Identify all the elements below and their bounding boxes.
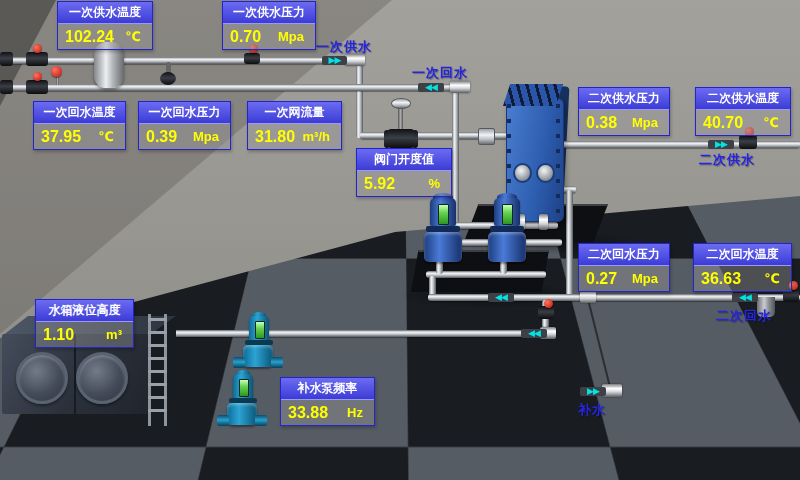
tank-leg [50,412,58,434]
makeup-pump2-base-slab [204,422,288,454]
gauge-title: 阀门开度值 [357,149,451,171]
gauge-unit: ℃ [125,29,145,44]
tank-leg [94,412,102,434]
gauge-unit: Mpa [193,129,223,144]
valve-body[interactable] [739,135,757,149]
primary-supply-pipe [0,57,352,64]
gauge-title: 水箱液位高度 [36,300,133,322]
tank-shadow [0,424,210,460]
exchanger-port [513,163,532,183]
gauge-value: 0.27 [586,270,617,288]
gauge-value: 31.80 [255,128,295,146]
gauge-title: 补水泵频率 [281,378,374,400]
gauge-value: 5.92 [364,175,395,193]
exchanger-port [536,163,555,183]
control-valve-body[interactable] [388,129,414,148]
pipe-label-secondary-supply: 二次供水 [699,151,755,169]
gauge-secondary-supply-pressure: 二次供水压力 0.38Mpa [578,87,670,136]
primary-return-pipe [0,84,460,91]
gauge-unit: Mpa [278,29,308,44]
valve-body[interactable] [538,306,554,319]
valve-body[interactable] [0,52,13,66]
tank-leg [10,412,18,434]
ladder-rungs [148,318,167,422]
pump-inlet [233,357,245,368]
gauge-tank-level: 水箱液位高度 1.10m³ [35,299,134,348]
flow-arrow-left-icon: ◀◀ [418,83,444,92]
gauge-value: 36.63 [701,270,741,288]
gauge-value: 102.24 [65,28,114,46]
pipe-label-makeup: 补水 [578,401,606,419]
pump-indicator [502,204,513,225]
pipe-flange [580,291,596,303]
valve-handle-icon[interactable] [544,299,553,308]
pump-volute [243,345,273,367]
tank-manhole [16,352,68,404]
flow-arrow-right-icon: ▶▶ [580,387,606,396]
pump-outlet [255,415,267,426]
gauge-secondary-return-temp: 二次回水温度 36.63℃ [693,243,792,292]
valve-handle-icon[interactable] [33,72,42,81]
gauge-secondary-return-pressure: 二次回水压力 0.27Mpa [578,243,670,292]
riser-pipe [312,422,319,466]
hmi-heat-exchange-station: ▶▶ ◀◀ ▶▶ [0,0,800,480]
gauge-title: 二次回水温度 [694,244,791,266]
valve-body[interactable] [26,80,48,94]
gauge-unit: Mpa [632,115,662,130]
gauge-primary-return-temp: 一次回水温度 37.95℃ [33,101,126,150]
pipe-flange [450,81,470,93]
flow-arrow-right-icon: ▶▶ [708,140,734,149]
gauge-secondary-supply-temp: 二次供水温度 40.70℃ [695,87,791,136]
gauge-value: 0.70 [230,28,261,46]
flow-arrow-left-icon: ◀◀ [488,293,514,302]
pipe-label-primary-return: 一次回水 [412,64,468,82]
valve-body[interactable] [244,53,260,64]
gauge-valve-opening: 阀门开度值 5.92% [356,148,452,197]
gauge-unit: Hz [347,405,367,420]
gauge-title: 一次回水温度 [34,102,125,124]
exchanger-lower-flange [539,214,548,230]
gauge-unit: ℃ [763,115,783,130]
gauge-unit: m³ [106,327,126,342]
valve-body[interactable] [0,80,13,94]
pipe-label-primary-supply: 一次供水 [316,38,372,56]
gauge-value: 0.38 [586,114,617,132]
pump-volute [227,403,257,425]
valve-body[interactable] [26,52,48,66]
gauge-title: 二次供水温度 [696,88,790,110]
gauge-primary-flow: 一次网流量 31.80m³/h [247,101,342,150]
exchanger-tie-rods [503,84,563,106]
gauge-value: 1.10 [43,326,74,344]
gauge-unit: ℃ [764,271,784,286]
pump-indicator [255,321,265,339]
pipe-label-secondary-return: 二次回水 [716,307,772,325]
gauge-value: 33.88 [288,404,328,422]
manifold-pipe [426,271,546,278]
pump-stub-pipe [436,260,443,274]
pump-indicator [438,204,449,225]
secondary-supply-pipe [552,141,800,148]
exchanger-return-drop [566,190,573,296]
gauge-primary-supply-pressure: 一次供水压力 0.70Mpa [222,1,316,50]
flow-arrow-left-icon: ◀◀ [521,329,547,338]
pressure-gauge-icon [51,66,62,77]
hand-valve-wheel[interactable] [160,72,176,85]
gauge-title: 一次供水温度 [58,2,152,24]
valve-handle-icon[interactable] [33,44,42,53]
gauge-value: 0.39 [146,128,177,146]
pump-stub-pipe [500,260,507,274]
gauge-value: 40.70 [703,114,743,132]
gauge-unit: % [428,176,444,191]
control-valve-actuator[interactable] [391,98,411,109]
gauge-primary-return-pressure: 一次回水压力 0.39Mpa [138,101,231,150]
tank-manhole [76,352,128,404]
flow-arrow-right-icon: ▶▶ [322,56,347,65]
pump-volute [424,232,462,262]
gauge-title: 二次回水压力 [579,244,669,266]
pipe-union [478,128,495,145]
gauge-unit: Mpa [632,271,662,286]
gauge-value: 37.95 [41,128,81,146]
tank-return-pipe [140,330,550,337]
pump-inlet [217,415,229,426]
tank-leg [132,412,140,434]
